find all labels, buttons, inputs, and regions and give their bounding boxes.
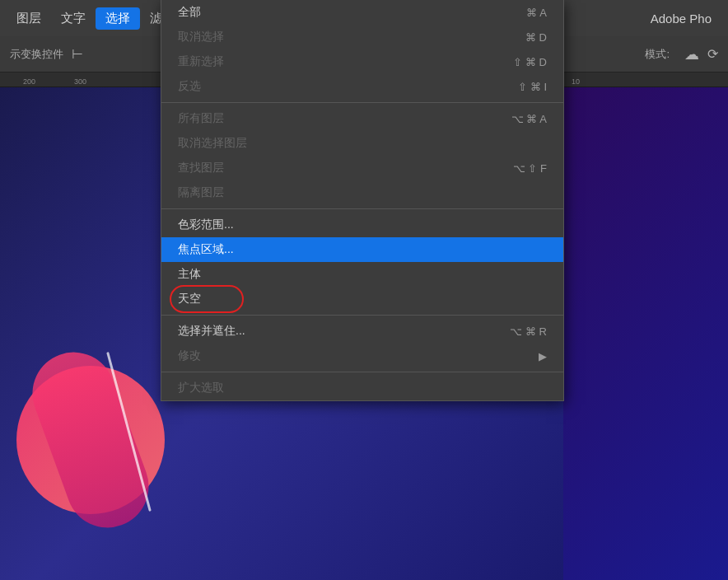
menu-item-all-layers-label: 所有图层 bbox=[178, 111, 224, 126]
ruler-mark-200: 200 bbox=[23, 77, 35, 86]
menu-item-modify-label: 修改 bbox=[178, 348, 201, 363]
menu-item-deselect-layers[interactable]: 取消选择图层 bbox=[161, 131, 563, 156]
menu-item-deselect-shortcut: ⌘ D bbox=[525, 31, 547, 44]
menu-item-all-layers-shortcut: ⌥ ⌘ A bbox=[511, 113, 547, 125]
menu-item-find-layers-shortcut: ⌥ ⇧ F bbox=[513, 162, 547, 175]
artwork-right-panel bbox=[563, 87, 728, 580]
menu-item-focus-area[interactable]: 焦点区域... bbox=[161, 237, 563, 262]
menu-item-subject[interactable]: 主体 bbox=[161, 262, 563, 287]
menu-item-isolate-layers-label: 隔离图层 bbox=[178, 185, 224, 200]
menu-item-color-range-label: 色彩范围... bbox=[178, 218, 234, 232]
menu-item-inverse-shortcut: ⇧ ⌘ I bbox=[518, 81, 547, 93]
menubar-item-layers[interactable]: 图层 bbox=[7, 7, 51, 30]
menu-item-all-shortcut: ⌘ A bbox=[526, 7, 547, 19]
menu-item-deselect-label: 取消选择 bbox=[178, 30, 224, 44]
menu-item-deselect-layers-label: 取消选择图层 bbox=[178, 136, 247, 151]
menu-item-subject-label: 主体 bbox=[178, 267, 201, 282]
separator-1 bbox=[161, 102, 563, 103]
menu-item-all[interactable]: 全部 ⌘ A bbox=[161, 0, 563, 25]
menu-item-sky[interactable]: 天空 bbox=[161, 287, 563, 311]
ruler-mark-10: 10 bbox=[572, 77, 580, 86]
menu-item-modify-arrow: ▶ bbox=[539, 350, 547, 362]
menu-item-color-range[interactable]: 色彩范围... bbox=[161, 213, 563, 237]
menu-item-reselect[interactable]: 重新选择 ⇧ ⌘ D bbox=[161, 49, 563, 74]
menu-item-find-layers-label: 查找图层 bbox=[178, 161, 224, 175]
menu-item-isolate-layers[interactable]: 隔离图层 bbox=[161, 180, 563, 205]
separator-4 bbox=[161, 372, 563, 372]
menu-item-inverse[interactable]: 反选 ⇧ ⌘ I bbox=[161, 74, 563, 99]
menu-item-grow[interactable]: 扩大选取 bbox=[161, 376, 563, 400]
menu-item-select-mask[interactable]: 选择并遮住... ⌥ ⌘ R bbox=[161, 319, 563, 344]
menu-item-sky-label: 天空 bbox=[178, 292, 201, 306]
menubar-item-select[interactable]: 选择 bbox=[96, 7, 140, 30]
menu-item-reselect-label: 重新选择 bbox=[178, 54, 224, 69]
menu-item-focus-area-label: 焦点区域... bbox=[178, 242, 234, 257]
app-title: Adobe Pho bbox=[641, 8, 721, 29]
menu-item-deselect[interactable]: 取消选择 ⌘ D bbox=[161, 25, 563, 49]
ruler-mark-300: 300 bbox=[74, 77, 86, 86]
menu-item-reselect-shortcut: ⇧ ⌘ D bbox=[513, 56, 547, 68]
transform-label: 示变换控件 bbox=[10, 47, 63, 62]
menu-item-select-mask-label: 选择并遮住... bbox=[178, 324, 245, 339]
menu-item-find-layers[interactable]: 查找图层 ⌥ ⇧ F bbox=[161, 156, 563, 180]
separator-3 bbox=[161, 315, 563, 316]
menu-item-grow-label: 扩大选取 bbox=[178, 381, 224, 395]
select-dropdown-menu: 全部 ⌘ A 取消选择 ⌘ D 重新选择 ⇧ ⌘ D 反选 ⇧ ⌘ I 所有图层… bbox=[161, 0, 564, 401]
align-icon[interactable]: ⊢ bbox=[72, 46, 83, 62]
menu-item-select-mask-shortcut: ⌥ ⌘ R bbox=[510, 325, 547, 338]
mode-icon1[interactable]: ☁ bbox=[684, 45, 699, 63]
mode-label: 模式: bbox=[645, 47, 676, 62]
separator-2 bbox=[161, 208, 563, 209]
menu-item-all-layers[interactable]: 所有图层 ⌥ ⌘ A bbox=[161, 106, 563, 131]
menubar-item-text[interactable]: 文字 bbox=[51, 7, 96, 30]
menu-item-inverse-label: 反选 bbox=[178, 79, 201, 94]
menu-item-modify[interactable]: 修改 ▶ bbox=[161, 344, 563, 368]
mode-icon2[interactable]: ⟳ bbox=[707, 46, 718, 62]
menu-item-all-label: 全部 bbox=[178, 5, 201, 20]
